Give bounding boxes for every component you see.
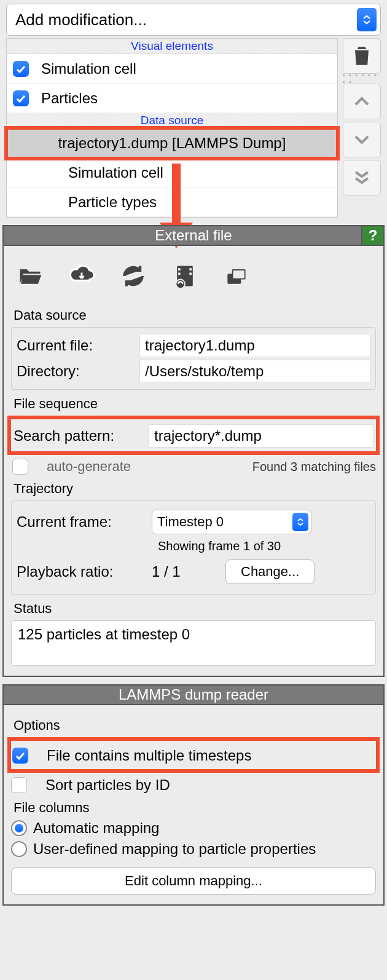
- svg-rect-4: [178, 273, 181, 275]
- auto-generate-label: auto-generate: [47, 459, 131, 475]
- external-file-header: External file ?: [2, 225, 385, 246]
- search-pattern-label: Search pattern:: [14, 427, 149, 445]
- user-mapping-label: User-defined mapping to particle propert…: [33, 840, 316, 858]
- help-button[interactable]: ?: [361, 226, 383, 245]
- move-up-button[interactable]: [343, 84, 381, 119]
- data-source-header: Data source: [7, 113, 337, 128]
- delete-button[interactable]: [343, 38, 381, 74]
- select-arrows-icon: [292, 513, 308, 531]
- dropdown-arrows-icon: [357, 8, 377, 31]
- move-down-button[interactable]: [343, 122, 381, 157]
- playback-ratio-label: Playback ratio:: [17, 563, 152, 580]
- search-pattern-input[interactable]: trajectory*.dump: [149, 424, 373, 448]
- pipeline-item-particles[interactable]: Particles: [7, 84, 337, 113]
- directory-value: /Users/stuko/temp: [139, 360, 370, 383]
- pipeline-subitem-particle-types[interactable]: Particle types: [7, 188, 337, 217]
- clone-button[interactable]: [221, 261, 252, 291]
- separator: • • • • • • • •: [343, 76, 381, 81]
- svg-rect-10: [233, 271, 244, 279]
- external-file-panel: Data source Current file: trajectory1.du…: [2, 246, 385, 677]
- current-file-value: trajectory1.dump: [139, 334, 370, 357]
- trash-icon: [348, 42, 375, 69]
- open-remote-button[interactable]: [66, 261, 97, 291]
- folder-open-icon: [17, 263, 44, 290]
- svg-rect-6: [189, 273, 192, 275]
- checkbox-icon[interactable]: [13, 90, 29, 106]
- edit-column-mapping-button[interactable]: Edit column mapping...: [11, 867, 376, 895]
- playback-ratio-value: 1 / 1: [152, 563, 225, 580]
- current-frame-label: Current frame:: [17, 513, 152, 531]
- sort-by-id-checkbox[interactable]: [11, 777, 27, 793]
- move-bottom-button[interactable]: [343, 160, 381, 196]
- pipeline-item-file-source[interactable]: trajectory1.dump [LAMMPS Dump]: [7, 128, 337, 158]
- visual-elements-header: Visual elements: [7, 39, 337, 54]
- lammps-reader-panel: Options File contains multiple timesteps…: [2, 705, 385, 906]
- auto-generate-checkbox[interactable]: [12, 459, 28, 475]
- automatic-mapping-label: Automatic mapping: [33, 820, 159, 837]
- showing-frame-text: Showing frame 1 of 30: [158, 539, 370, 553]
- trajectory-label: Trajectory: [14, 481, 376, 497]
- reload-button[interactable]: [118, 261, 149, 291]
- lammps-reader-header: LAMMPS dump reader: [2, 684, 385, 705]
- pipeline-item-simulation-cell[interactable]: Simulation cell: [7, 54, 337, 84]
- options-label: Options: [14, 717, 376, 733]
- chevron-up-icon: [354, 96, 370, 107]
- stack-icon: [223, 263, 250, 290]
- current-file-label: Current file:: [17, 337, 139, 354]
- add-modification-dropdown[interactable]: Add modification...: [6, 4, 381, 36]
- pipeline-list: Visual elements Simulation cell Particle…: [6, 38, 338, 218]
- svg-point-7: [176, 280, 185, 289]
- file-sequence-label: File sequence: [14, 396, 376, 412]
- checkbox-icon[interactable]: [13, 61, 29, 77]
- status-text: 125 particles at timestep 0: [11, 620, 376, 666]
- current-frame-select[interactable]: Timestep 0: [152, 510, 311, 534]
- chevron-down-icon: [354, 134, 370, 145]
- svg-rect-3: [178, 268, 181, 271]
- add-modification-label: Add modification...: [7, 10, 357, 30]
- automatic-mapping-radio[interactable]: [11, 820, 27, 836]
- pipeline-subitem-simulation-cell[interactable]: Simulation cell: [7, 158, 337, 188]
- multi-timesteps-checkbox[interactable]: [12, 748, 28, 764]
- found-files-text: Found 3 matching files: [252, 460, 376, 474]
- data-source-label: Data source: [14, 307, 376, 323]
- file-columns-label: File columns: [14, 800, 376, 816]
- cloud-download-icon: [68, 263, 95, 290]
- sort-by-id-label: Sort particles by ID: [45, 776, 170, 794]
- svg-rect-5: [189, 268, 192, 271]
- user-mapping-radio[interactable]: [11, 841, 27, 857]
- multi-timesteps-label: File contains multiple timesteps: [47, 747, 251, 764]
- double-chevron-down-icon: [354, 170, 370, 185]
- directory-label: Directory:: [17, 363, 139, 380]
- refresh-icon: [120, 263, 147, 290]
- animation-settings-button[interactable]: [170, 261, 200, 291]
- status-label: Status: [14, 601, 376, 617]
- open-file-button[interactable]: [15, 261, 45, 291]
- film-reload-icon: [171, 263, 198, 290]
- change-ratio-button[interactable]: Change...: [225, 559, 315, 584]
